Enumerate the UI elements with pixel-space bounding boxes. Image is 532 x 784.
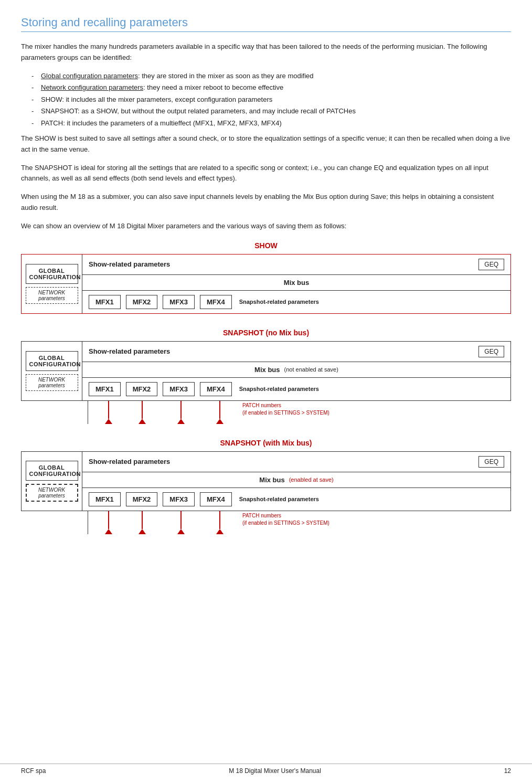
list-item-patch: - PATCH: it includes the parameters of a… xyxy=(31,118,511,129)
snapshot-with-mix-mixbus-row: Mix bus (enabled at save) xyxy=(82,472,510,488)
snapshot-with-mix-snap-label: Snapshot-related parameters xyxy=(239,496,504,502)
mfx1-box: MFX1 xyxy=(89,295,121,309)
mfx4-box: MFX4 xyxy=(200,295,232,309)
show-diagram-section: SHOW GLOBALCONFIGURATION NETWORKparamete… xyxy=(21,241,511,314)
footer: RCF spa M 18 Digital Mixer User's Manual… xyxy=(0,764,532,775)
network-config-term: Network configuration parameters xyxy=(41,83,143,91)
snapshot-no-mix-mfx3: MFX3 xyxy=(163,382,195,396)
snapshot-no-mix-show-label: Show-related parameters xyxy=(89,347,473,355)
show-related-label: Show-related parameters xyxy=(89,260,473,268)
snapshot-with-mix-mfx1: MFX1 xyxy=(89,492,121,506)
mix-bus-label: Mix bus xyxy=(284,279,309,287)
snapshot-with-mix-diagram: GLOBALCONFIGURATION NETWORKparameters Sh… xyxy=(21,451,511,511)
snapshot-with-mix-geq: GEQ xyxy=(478,456,504,468)
arrow-mfx1-no-mix xyxy=(94,401,123,424)
snapshot-description: The SNAPSHOT is ideal for storing all th… xyxy=(21,163,511,185)
list-item-network: - Network configuration parameters: they… xyxy=(31,82,511,93)
global-config-box: GLOBALCONFIGURATION xyxy=(26,264,78,284)
list-item-global: - Global configuration parameters: they … xyxy=(31,71,511,81)
footer-page-number: 12 xyxy=(504,767,511,775)
list-item-show: - SHOW: it includes all the mixer parame… xyxy=(31,94,511,105)
snapshot-with-mix-mfx3: MFX3 xyxy=(163,492,195,506)
snapshot-no-mix-diagram: GLOBALCONFIGURATION NETWORKparameters Sh… xyxy=(21,341,511,401)
snapshot-with-mix-mfx2: MFX2 xyxy=(126,492,158,506)
snapshot-no-mix-show-related: Show-related parameters GEQ xyxy=(82,342,510,362)
arrow-mfx3-no-mix xyxy=(162,401,200,424)
snapshot-no-mix-geq: GEQ xyxy=(478,346,504,357)
snapshot-no-mix-mfx2: MFX2 xyxy=(126,382,158,396)
snapshot-no-mix-snap-label: Snapshot-related parameters xyxy=(239,386,504,392)
snapshot-no-mix-mixbus-sub: (not enabled at save) xyxy=(284,366,338,373)
snapshot-no-mix-network-params: NETWORKparameters xyxy=(26,374,78,391)
snapshot-no-mix-mfx1: MFX1 xyxy=(89,382,121,396)
arrow-mfx4-no-mix xyxy=(200,401,239,424)
network-params-box: NETWORKparameters xyxy=(26,287,78,304)
arrow-mfx1-with-mix xyxy=(94,511,123,534)
snapshot-no-mix-mixbus-row: Mix bus (not enabled at save) xyxy=(82,362,510,378)
snapshot-no-mix-left-col: GLOBALCONFIGURATION NETWORKparameters xyxy=(22,342,82,400)
snapshot-with-mix-mixbus-sub: (enabled at save) xyxy=(289,476,334,483)
patch-note-with-mix: PATCH numbers (if enabled in SETTINGS > … xyxy=(242,511,329,527)
mix-bus-row: Mix bus xyxy=(82,275,510,291)
snapshot-no-mix-mixbus-label: Mix bus xyxy=(254,366,280,374)
show-related-row: Show-related parameters GEQ xyxy=(82,255,510,275)
snapshot-no-mix-mfx-row: MFX1 MFX2 MFX3 MFX4 Snapshot-related par… xyxy=(82,378,510,400)
snapshot-with-mix-show-related: Show-related parameters GEQ xyxy=(82,452,510,472)
snapshot-with-mix-global-config: GLOBALCONFIGURATION xyxy=(26,461,78,481)
snapshot-with-mix-mfx4: MFX4 xyxy=(200,492,232,506)
show-diagram-title: SHOW xyxy=(21,241,511,250)
snapshot-with-mix-title: SNAPSHOT (with Mix bus) xyxy=(21,439,511,447)
list-item-snapshot: - SNAPSHOT: as a SHOW, but without the o… xyxy=(31,106,511,116)
snapshot-with-mix-network-params: NETWORKparameters xyxy=(26,484,78,502)
mixbus-description: When using the M 18 as a submixer, you c… xyxy=(21,192,511,214)
snapshot-no-mix-mfx4: MFX4 xyxy=(200,382,232,396)
geq-box: GEQ xyxy=(478,259,504,270)
snapshot-with-mix-left-col: GLOBALCONFIGURATION NETWORKparameters xyxy=(22,452,82,511)
arrow-mfx3-with-mix xyxy=(162,511,200,534)
patch-note-no-mix: PATCH numbers (if enabled in SETTINGS > … xyxy=(242,401,329,417)
page-title: Storing and recalling parameters xyxy=(21,16,511,32)
show-description: The SHOW is best suited to save all sett… xyxy=(21,133,511,155)
show-diagram: GLOBALCONFIGURATION NETWORKparameters Sh… xyxy=(21,254,511,314)
footer-center: M 18 Digital Mixer User's Manual xyxy=(46,767,504,775)
arrow-mfx2-with-mix xyxy=(123,511,162,534)
snapshot-with-mix-show-label: Show-related parameters xyxy=(89,458,473,465)
snapshot-with-mix-mixbus-label: Mix bus xyxy=(259,476,284,484)
snapshot-with-mix-section: SNAPSHOT (with Mix bus) GLOBALCONFIGURAT… xyxy=(21,439,511,534)
intro-paragraph: The mixer handles the many hundreds para… xyxy=(21,41,511,63)
overview-intro: We can show an overview of M 18 Digital … xyxy=(21,221,511,232)
snapshot-no-mix-title: SNAPSHOT (no Mix bus) xyxy=(21,329,511,337)
footer-left: RCF spa xyxy=(21,767,46,775)
mfx2-box: MFX2 xyxy=(126,295,158,309)
arrow-mfx4-with-mix xyxy=(200,511,239,534)
snapshot-related-label: Snapshot-related parameters xyxy=(239,299,504,305)
arrow-mfx2-no-mix xyxy=(123,401,162,424)
show-right-col: Show-related parameters GEQ Mix bus MFX1… xyxy=(82,255,510,313)
parameter-list: - Global configuration parameters: they … xyxy=(31,71,511,129)
mfx-row: MFX1 MFX2 MFX3 MFX4 Snapshot-related par… xyxy=(82,291,510,313)
snapshot-no-mix-global-config: GLOBALCONFIGURATION xyxy=(26,351,78,371)
global-config-term: Global configuration parameters xyxy=(41,72,138,80)
snapshot-no-mix-right-col: Show-related parameters GEQ Mix bus (not… xyxy=(82,342,510,400)
snapshot-with-mix-right-col: Show-related parameters GEQ Mix bus (ena… xyxy=(82,452,510,511)
snapshot-with-mix-mfx-row: MFX1 MFX2 MFX3 MFX4 Snapshot-related par… xyxy=(82,488,510,511)
show-left-col: GLOBALCONFIGURATION NETWORKparameters xyxy=(22,255,82,313)
mfx3-box: MFX3 xyxy=(163,295,195,309)
snapshot-no-mix-section: SNAPSHOT (no Mix bus) GLOBALCONFIGURATIO… xyxy=(21,329,511,424)
